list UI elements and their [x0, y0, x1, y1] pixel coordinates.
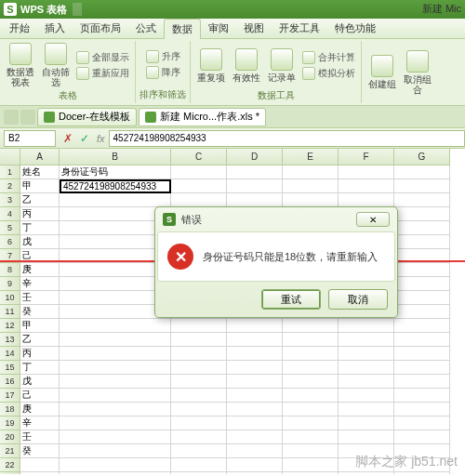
cell-G2[interactable] [394, 179, 450, 193]
menu-4[interactable]: 数据 [164, 19, 201, 39]
whatif-button[interactable]: 模拟分析 [300, 66, 357, 81]
cell-E15[interactable] [283, 361, 339, 375]
dialog-close-button[interactable]: ✕ [356, 212, 390, 227]
cell-A18[interactable]: 庚 [20, 403, 60, 416]
cell-E14[interactable] [283, 347, 339, 361]
row-header-12[interactable]: 12 [0, 319, 20, 333]
row-header-18[interactable]: 18 [0, 403, 20, 416]
duplicates-button[interactable]: 重复项 [194, 43, 228, 87]
cell-D14[interactable] [227, 347, 283, 361]
cell-C18[interactable] [171, 403, 227, 416]
cell-C21[interactable] [171, 444, 227, 458]
cell-G16[interactable] [394, 375, 450, 389]
cancel-icon[interactable]: ✗ [60, 131, 75, 146]
row-header-4[interactable]: 4 [0, 207, 20, 221]
menu-0[interactable]: 开始 [2, 19, 37, 38]
cell-E20[interactable] [283, 430, 339, 444]
name-box[interactable]: B2 [4, 130, 56, 147]
cell-C14[interactable] [171, 347, 227, 361]
reapply-button[interactable]: 重新应用 [74, 66, 131, 81]
cell-E18[interactable] [283, 403, 339, 416]
cell-E16[interactable] [283, 375, 339, 389]
cell-C15[interactable] [171, 361, 227, 375]
cell-E19[interactable] [283, 416, 339, 430]
cell-G5[interactable] [394, 221, 450, 235]
confirm-icon[interactable]: ✓ [77, 131, 92, 146]
nav-fwd-icon[interactable] [20, 110, 35, 125]
col-header-B[interactable]: B [60, 149, 171, 165]
cell-B1[interactable]: 身份证号码 [60, 165, 171, 179]
row-header-20[interactable]: 20 [0, 430, 20, 444]
cell-A21[interactable]: 癸 [20, 444, 60, 458]
cell-E23[interactable] [283, 472, 339, 474]
cell-B2[interactable]: 452724198908254933 [60, 179, 171, 193]
cell-A2[interactable]: 甲 [20, 179, 60, 193]
menu-6[interactable]: 视图 [236, 19, 272, 38]
cell-B23[interactable] [60, 472, 171, 474]
col-header-E[interactable]: E [283, 149, 339, 165]
cell-B17[interactable] [60, 389, 171, 403]
ungroup-button[interactable]: 取消组合 [401, 50, 434, 95]
row-header-8[interactable]: 8 [0, 263, 20, 277]
cell-A17[interactable]: 己 [20, 389, 60, 403]
cell-F14[interactable] [339, 347, 394, 361]
cell-F12[interactable] [339, 319, 394, 333]
cell-F17[interactable] [339, 389, 394, 403]
cell-F2[interactable] [339, 179, 394, 193]
row-header-14[interactable]: 14 [0, 347, 20, 361]
cell-C19[interactable] [171, 416, 227, 430]
cell-G12[interactable] [394, 319, 450, 333]
sort-asc-button[interactable]: 升序 [144, 49, 182, 64]
cell-G13[interactable] [394, 333, 450, 347]
col-header-D[interactable]: D [227, 149, 283, 165]
cell-E3[interactable] [283, 193, 339, 207]
cell-C16[interactable] [171, 375, 227, 389]
cell-D17[interactable] [227, 389, 283, 403]
row-header-19[interactable]: 19 [0, 416, 20, 430]
cell-A22[interactable] [20, 458, 60, 472]
cell-G19[interactable] [394, 416, 450, 430]
title-dropdown-icon[interactable] [73, 3, 82, 16]
cell-F19[interactable] [339, 416, 394, 430]
cell-A20[interactable]: 壬 [20, 430, 60, 444]
row-header-17[interactable]: 17 [0, 389, 20, 403]
cell-A12[interactable]: 甲 [20, 319, 60, 333]
cell-C22[interactable] [171, 458, 227, 472]
cell-B12[interactable] [60, 319, 171, 333]
cell-E12[interactable] [283, 319, 339, 333]
row-header-5[interactable]: 5 [0, 221, 20, 235]
cell-A13[interactable]: 乙 [20, 333, 60, 347]
cell-A14[interactable]: 丙 [20, 347, 60, 361]
cell-D23[interactable] [227, 472, 283, 474]
cell-A11[interactable]: 癸 [20, 305, 60, 319]
row-header-16[interactable]: 16 [0, 375, 20, 389]
formula-input[interactable]: 452724198908254933 [109, 130, 465, 147]
cell-F15[interactable] [339, 361, 394, 375]
cell-C23[interactable] [171, 472, 227, 474]
col-header-F[interactable]: F [339, 149, 394, 165]
cell-C20[interactable] [171, 430, 227, 444]
cell-B21[interactable] [60, 444, 171, 458]
cell-B22[interactable] [60, 458, 171, 472]
cell-G4[interactable] [394, 207, 450, 221]
cell-G17[interactable] [394, 389, 450, 403]
cell-B3[interactable] [60, 193, 171, 207]
row-header-1[interactable]: 1 [0, 165, 20, 179]
cell-D21[interactable] [227, 444, 283, 458]
cell-F16[interactable] [339, 375, 394, 389]
cell-D3[interactable] [227, 193, 283, 207]
cell-A6[interactable]: 戊 [20, 235, 60, 249]
menu-2[interactable]: 页面布局 [73, 19, 128, 38]
menu-1[interactable]: 插入 [37, 19, 73, 38]
cell-D16[interactable] [227, 375, 283, 389]
col-header-C[interactable]: C [171, 149, 227, 165]
cell-A8[interactable]: 庚 [20, 263, 60, 277]
cell-G18[interactable] [394, 403, 450, 416]
cell-B14[interactable] [60, 347, 171, 361]
fx-icon[interactable]: fx [97, 133, 105, 144]
cell-G8[interactable] [394, 263, 450, 277]
cell-B20[interactable] [60, 430, 171, 444]
cell-G1[interactable] [394, 165, 450, 179]
row-header-6[interactable]: 6 [0, 235, 20, 249]
menu-5[interactable]: 审阅 [201, 19, 236, 38]
